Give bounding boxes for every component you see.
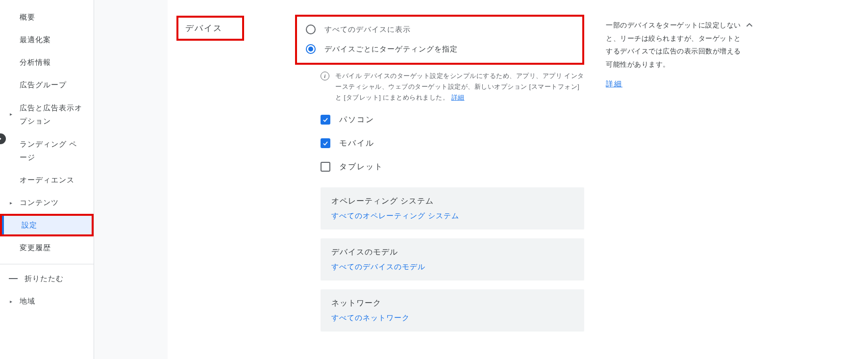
sidebar-collapse-label: 折りたたむ (25, 274, 64, 283)
subpanel-title: ネットワーク (331, 298, 573, 308)
sidebar-item-locations[interactable]: ▸ 地域 (0, 290, 94, 312)
sidebar-item-label: 最適化案 (20, 35, 51, 45)
sidebar-item-adgroups[interactable]: 広告グループ (0, 74, 94, 96)
check-label: モバイル (339, 138, 374, 149)
check-tablet[interactable]: タブレット (295, 155, 584, 179)
checkbox-icon (321, 115, 330, 125)
subpanel-title: デバイスのモデル (331, 247, 573, 257)
device-options-column: すべてのデバイスに表示 デバイスごとにターゲティングを指定 i モバイル デバイ… (295, 0, 594, 359)
sidebar-item-ads-extensions[interactable]: ▸ 広告と広告表示オプション (0, 96, 94, 132)
settings-card: デバイス すべてのデバイスに表示 デバイスごとにターゲティングを指定 i (168, 0, 868, 359)
sidebar-collapse[interactable]: 折りたたむ (0, 267, 94, 290)
info-text: モバイル デバイスのターゲット設定をシンプルにするため、アプリ、アプリ インター… (335, 71, 584, 103)
check-pc[interactable]: パソコン (295, 108, 584, 131)
check-icon (322, 140, 329, 147)
check-icon (322, 116, 329, 123)
main-panel: デバイス すべてのデバイスに表示 デバイスごとにターゲティングを指定 i (94, 0, 868, 359)
radio-icon (306, 25, 316, 34)
sidebar-item-change-history[interactable]: 変更履歴 (0, 236, 94, 259)
sidebar: 概要 最適化案 分析情報 広告グループ ▸ 広告と広告表示オプション ランディン… (0, 0, 94, 359)
helper-detail-link[interactable]: 詳細 (606, 79, 622, 89)
helper-column: 一部のデバイスをターゲットに設定しないと、リーチは絞られますが、ターゲットとする… (594, 0, 761, 359)
check-label: タブレット (339, 162, 383, 172)
subpanel-network[interactable]: ネットワーク すべてのネットワーク (321, 289, 584, 332)
sidebar-item-label: 変更履歴 (20, 243, 51, 253)
checkbox-icon (321, 138, 330, 148)
left-gutter (94, 0, 168, 359)
sidebar-item-label: オーディエンス (20, 176, 74, 185)
sidebar-item-label: 広告と広告表示オプション (20, 101, 85, 128)
chevron-right-icon: ▸ (10, 299, 13, 304)
subpanel-device-model[interactable]: デバイスのモデル すべてのデバイスのモデル (321, 238, 584, 281)
subpanel-value: すべてのデバイスのモデル (331, 262, 573, 272)
info-detail-link[interactable]: 詳細 (451, 94, 465, 101)
sidebar-item-insights[interactable]: 分析情報 (0, 51, 94, 74)
sidebar-item-content[interactable]: ▸ コンテンツ (0, 191, 94, 214)
checkbox-icon (321, 162, 330, 172)
sidebar-item-label: コンテンツ (20, 198, 59, 207)
info-icon: i (321, 72, 329, 80)
sidebar-item-audiences[interactable]: オーディエンス (0, 169, 94, 191)
sidebar-item-label: ランディング ページ (20, 137, 85, 164)
check-label: パソコン (339, 115, 374, 125)
sidebar-item-settings[interactable]: 設定 (0, 214, 94, 236)
subpanel-value: すべてのオペレーティング システム (331, 211, 573, 221)
sidebar-separator (0, 264, 94, 264)
radio-label: すべてのデバイスに表示 (324, 25, 411, 34)
subpanel-title: オペレーティング システム (331, 196, 573, 206)
sidebar-item-overview[interactable]: 概要 (0, 6, 94, 28)
device-radio-group: すべてのデバイスに表示 デバイスごとにターゲティングを指定 (295, 15, 584, 65)
collapse-icon (9, 278, 18, 279)
sidebar-item-recommendations[interactable]: 最適化案 (0, 28, 94, 51)
helper-text: 一部のデバイスをターゲットに設定しないと、リーチは絞られますが、ターゲットとする… (606, 19, 747, 71)
radio-all-devices[interactable]: すべてのデバイスに表示 (306, 20, 573, 39)
section-label-column: デバイス (168, 0, 295, 359)
radio-icon (306, 44, 316, 54)
radio-label: デバイスごとにターゲティングを指定 (324, 45, 458, 54)
radio-specific-targeting[interactable]: デバイスごとにターゲティングを指定 (306, 39, 573, 59)
sidebar-item-landing-pages[interactable]: ランディング ページ (0, 132, 94, 169)
section-collapse-button[interactable] (744, 20, 755, 32)
chevron-right-icon: ▸ (10, 110, 13, 119)
sidebar-item-label: 概要 (20, 13, 35, 22)
sidebar-item-label: 分析情報 (20, 58, 51, 67)
subpanel-value: すべてのネットワーク (331, 313, 573, 323)
device-info-note: i モバイル デバイスのターゲット設定をシンプルにするため、アプリ、アプリ イン… (295, 68, 584, 108)
check-mobile[interactable]: モバイル (295, 131, 584, 155)
sidebar-item-label: 地域 (20, 297, 35, 306)
chevron-up-icon (744, 20, 755, 30)
sidebar-item-label: 設定 (22, 221, 37, 230)
sidebar-item-label: 広告グループ (20, 80, 67, 90)
subpanel-os[interactable]: オペレーティング システム すべてのオペレーティング システム (321, 187, 584, 230)
device-section-title: デバイス (176, 16, 244, 41)
chevron-right-icon: ▸ (10, 200, 13, 205)
